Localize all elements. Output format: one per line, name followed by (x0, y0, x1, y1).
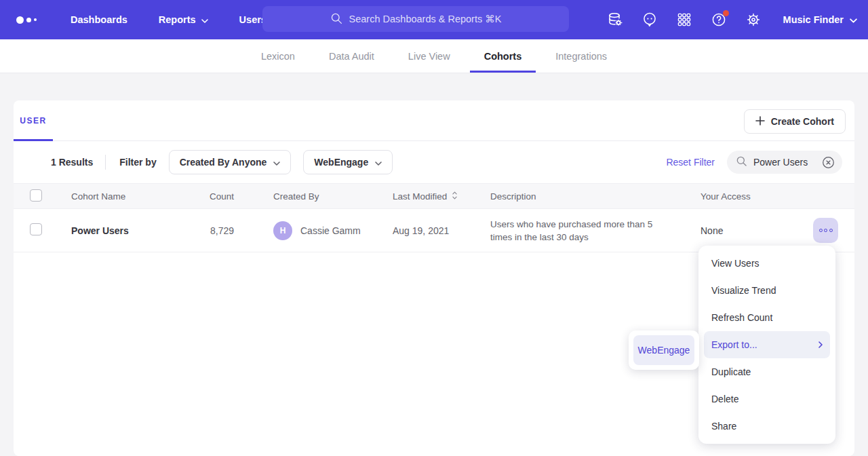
tab-label: Live View (408, 51, 450, 62)
cohort-count: 8,729 (195, 225, 248, 236)
tab-integrations[interactable]: Integrations (541, 39, 621, 73)
column-header-your-access: Your Access (701, 191, 795, 202)
menu-item-label: Delete (711, 394, 738, 404)
menu-item-label: Export to... (711, 339, 757, 350)
menu-item-label: Duplicate (711, 366, 751, 377)
project-name: Music Finder (783, 14, 844, 25)
create-cohort-label: Create Cohort (771, 116, 834, 127)
chevron-down-icon (850, 14, 857, 25)
topbar-nav: Dashboards Reports Users (71, 14, 267, 25)
column-header-description: Description (490, 191, 701, 202)
row-more-actions-button[interactable] (813, 218, 838, 243)
chevron-right-icon (818, 339, 823, 350)
table-header: Cohort Name Count Created By Last Modifi… (14, 183, 854, 209)
apps-grid-icon[interactable] (675, 11, 693, 28)
column-header-last-modified[interactable]: Last Modified (393, 191, 490, 202)
export-submenu: WebEngage (629, 330, 699, 370)
mixpanel-logo-icon[interactable] (16, 16, 47, 24)
tab-label: Lexicon (261, 51, 295, 62)
column-header-cohort-name: Cohort Name (71, 191, 195, 202)
submenu-item-label: WebEngage (638, 345, 690, 356)
chevron-down-icon (375, 157, 382, 168)
tab-cohorts[interactable]: Cohorts (470, 39, 536, 73)
chevron-down-icon (201, 14, 208, 25)
menu-item-label: Share (711, 421, 736, 432)
row-checkbox[interactable] (30, 223, 42, 235)
tab-label: Cohorts (484, 51, 522, 62)
menu-item-share[interactable]: Share (704, 413, 830, 440)
menu-item-label: View Users (711, 258, 760, 269)
nav-dashboards[interactable]: Dashboards (71, 14, 127, 25)
filter-by-label: Filter by (119, 157, 156, 168)
sort-icon (452, 191, 458, 202)
tab-data-audit[interactable]: Data Audit (315, 39, 389, 73)
clear-search-icon[interactable] (822, 156, 835, 169)
column-header-created-by: Created By (248, 191, 393, 202)
menu-item-view-users[interactable]: View Users (704, 250, 830, 277)
cohort-name[interactable]: Power Users (71, 225, 195, 236)
user-tab-label: USER (20, 116, 47, 126)
menu-item-refresh-count[interactable]: Refresh Count (704, 304, 830, 331)
tab-label: Integrations (555, 51, 607, 62)
integration-filter-dropdown[interactable]: WebEngage (303, 150, 393, 174)
help-icon[interactable] (710, 11, 728, 28)
data-management-icon[interactable] (606, 11, 624, 28)
settings-icon[interactable] (745, 11, 762, 28)
reset-filter-link[interactable]: Reset Filter (666, 157, 715, 168)
your-access-value: None (701, 225, 795, 236)
tab-user-cohorts[interactable]: USER (14, 100, 53, 140)
tab-lexicon[interactable]: Lexicon (247, 39, 309, 73)
notification-badge (723, 10, 729, 16)
plus-icon (755, 116, 765, 128)
messages-icon[interactable] (641, 11, 658, 28)
menu-item-delete[interactable]: Delete (704, 385, 830, 413)
cohort-search-input[interactable] (753, 157, 816, 168)
integration-filter-value: WebEngage (314, 157, 368, 168)
search-icon (330, 12, 342, 26)
last-modified-label: Last Modified (393, 191, 447, 202)
project-switcher[interactable]: Music Finder (783, 14, 857, 25)
row-actions-menu: View Users Visualize Trend Refresh Count… (698, 246, 835, 444)
tab-label: Data Audit (329, 51, 374, 62)
created-by-name: Cassie Gamm (300, 225, 361, 236)
divider (105, 155, 106, 170)
create-cohort-button[interactable]: Create Cohort (744, 109, 846, 134)
search-icon (736, 155, 747, 170)
nav-reports-label: Reports (159, 14, 196, 25)
filter-bar: 1 Results Filter by Created By Anyone We… (14, 141, 854, 183)
global-search-input[interactable]: Search Dashboards & Reports ⌘K (262, 6, 569, 32)
nav-dashboards-label: Dashboards (71, 14, 127, 25)
menu-item-label: Visualize Trend (711, 285, 776, 296)
submenu-item-webengage[interactable]: WebEngage (633, 335, 694, 365)
menu-item-export-to[interactable]: Export to... (704, 331, 830, 358)
created-by-filter-value: Created By Anyone (180, 157, 267, 168)
chevron-down-icon (273, 157, 280, 168)
created-by-filter-dropdown[interactable]: Created By Anyone (169, 150, 292, 174)
column-header-count: Count (195, 191, 248, 202)
nav-reports[interactable]: Reports (159, 14, 208, 25)
global-search-placeholder: Search Dashboards & Reports ⌘K (349, 14, 502, 24)
cohort-search-box (727, 151, 842, 174)
cohort-type-tabs: USER Create Cohort (14, 100, 854, 141)
section-tabbar: Lexicon Data Audit Live View Cohorts Int… (0, 39, 868, 73)
avatar: H (273, 221, 292, 240)
cohort-description: Users who have purchased more than 5 tim… (490, 218, 668, 244)
topbar-actions: Music Finder (606, 0, 857, 39)
tab-live-view[interactable]: Live View (394, 39, 465, 73)
results-count: 1 Results (51, 157, 93, 168)
last-modified-value: Aug 19, 2021 (393, 225, 490, 236)
select-all-checkbox[interactable] (30, 189, 42, 202)
created-by-cell: H Cassie Gamm (248, 221, 393, 240)
menu-item-visualize-trend[interactable]: Visualize Trend (704, 277, 830, 304)
menu-item-duplicate[interactable]: Duplicate (704, 358, 830, 385)
menu-item-label: Refresh Count (711, 312, 772, 323)
topbar: Dashboards Reports Users Search Dashboar… (0, 0, 868, 39)
